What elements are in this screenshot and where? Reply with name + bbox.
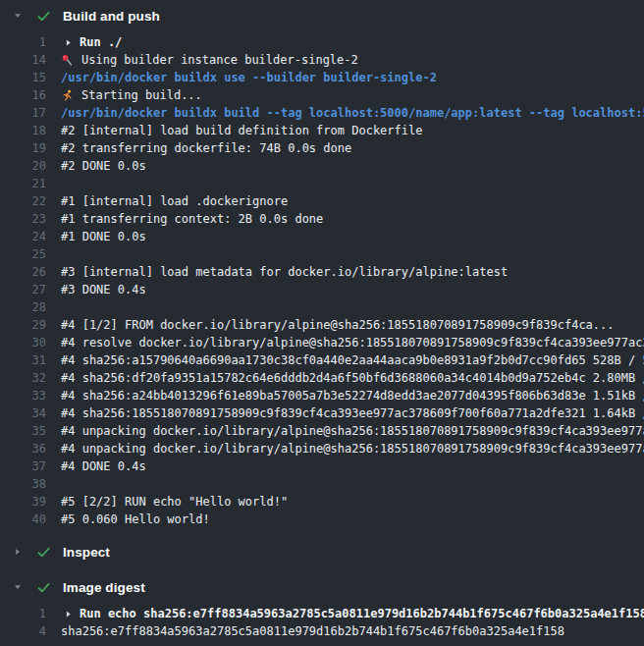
line-number[interactable]: 29 <box>0 316 46 334</box>
section-header[interactable]: Inspect <box>0 540 644 564</box>
log-line: 37 #4 DONE 0.4s <box>0 458 644 475</box>
line-number[interactable]: 15 <box>0 69 46 86</box>
line-content: /usr/bin/docker buildx use --builder bui… <box>61 69 644 86</box>
log-line[interactable]: 1 Run ./ <box>0 33 644 51</box>
log-line: 40 #5 0.060 Hello world! <box>0 511 644 528</box>
line-number[interactable]: 39 <box>0 493 46 511</box>
line-number[interactable]: 30 <box>0 334 46 351</box>
line-content: #4 sha256:df20fa9351a15782c64e6dddb2d4a6… <box>61 369 644 387</box>
line-number[interactable]: 17 <box>0 104 46 122</box>
line-number[interactable]: 20 <box>0 157 46 175</box>
line-text: #1 [internal] load .dockerignore <box>61 192 288 210</box>
line-number[interactable]: 35 <box>0 422 46 440</box>
line-number[interactable]: 18 <box>0 122 46 139</box>
line-number[interactable]: 37 <box>0 458 46 475</box>
line-content: #5 [2/2] RUN echo "Hello world!" <box>61 493 644 511</box>
line-number[interactable]: 1 <box>0 605 46 622</box>
line-number[interactable]: 14 <box>0 51 46 69</box>
log-line: 22 #1 [internal] load .dockerignore <box>0 192 644 210</box>
section-title: Build and push <box>63 9 160 24</box>
line-number[interactable]: 26 <box>0 263 46 281</box>
line-number[interactable]: 19 <box>0 139 46 157</box>
log-line[interactable]: 1 Run echo sha256:e7ff8834a5963a2785c5a0… <box>0 605 644 622</box>
chevron-down-icon[interactable] <box>10 579 26 595</box>
log-line: 30 #4 resolve docker.io/library/alpine@s… <box>0 334 644 351</box>
line-number[interactable]: 31 <box>0 351 46 369</box>
line-content: #3 [internal] load metadata for docker.i… <box>61 263 644 281</box>
line-content: #1 DONE 0.0s <box>61 228 644 245</box>
disclosure-triangle-icon[interactable] <box>61 607 75 620</box>
line-number[interactable]: 21 <box>0 175 46 192</box>
line-text: #4 sha256:df20fa9351a15782c64e6dddb2d4a6… <box>61 369 644 387</box>
log-line: 14 Using builder instance builder-single… <box>0 51 644 69</box>
line-text: /usr/bin/docker buildx use --builder bui… <box>61 69 437 86</box>
log-section: Build and push 1 Run ./ 14 Using builder… <box>0 4 644 528</box>
log-line: 17 /usr/bin/docker buildx build --tag lo… <box>0 104 644 122</box>
line-number[interactable]: 33 <box>0 387 46 404</box>
section-header[interactable]: Build and push <box>0 4 644 27</box>
check-icon <box>35 579 51 595</box>
line-content: #5 0.060 Hello world! <box>61 511 644 528</box>
log-line: 34 #4 sha256:185518070891758909c9f839cf4… <box>0 404 644 422</box>
line-number[interactable]: 27 <box>0 281 46 298</box>
actions-log-viewer: Build and push 1 Run ./ 14 Using builder… <box>0 0 644 646</box>
line-content: Using builder instance builder-single-2 <box>61 51 644 69</box>
line-content: #1 [internal] load .dockerignore <box>61 192 644 210</box>
log-line: 24 #1 DONE 0.0s <box>0 228 644 245</box>
log-line: 29 #4 [1/2] FROM docker.io/library/alpin… <box>0 316 644 334</box>
line-content: #4 DONE 0.4s <box>61 458 644 475</box>
log-line: 36 #4 unpacking docker.io/library/alpine… <box>0 440 644 458</box>
line-text: Run echo sha256:e7ff8834a5963a2785c5a081… <box>80 605 644 622</box>
runner-icon <box>61 88 76 102</box>
section-title: Image digest <box>63 580 145 595</box>
line-content: sha256:e7ff8834a5963a2785c5a0811e979d16b… <box>61 622 644 640</box>
line-number[interactable]: 16 <box>0 86 46 104</box>
line-text: #2 transferring dockerfile: 74B 0.0s don… <box>61 139 351 157</box>
line-content: #4 resolve docker.io/library/alpine@sha2… <box>61 334 644 351</box>
line-number[interactable]: 36 <box>0 440 46 458</box>
line-number[interactable]: 1 <box>0 33 46 51</box>
log-line: 27 #3 DONE 0.4s <box>0 281 644 298</box>
log-line: 18 #2 [internal] load build definition f… <box>0 122 644 139</box>
line-content: #4 sha256:185518070891758909c9f839cf4ca3… <box>61 404 644 422</box>
line-text: sha256:e7ff8834a5963a2785c5a0811e979d16b… <box>61 622 564 640</box>
line-number[interactable]: 38 <box>0 475 46 493</box>
line-text: #1 transferring context: 2B 0.0s done <box>61 210 323 228</box>
line-content: #3 DONE 0.4s <box>61 281 644 298</box>
log-line: 28 <box>0 298 644 316</box>
line-text: #4 sha256:a15790640a6690aa1730c38cf0a440… <box>61 351 644 369</box>
line-text: #5 [2/2] RUN echo "Hello world!" <box>61 493 288 511</box>
line-number[interactable]: 34 <box>0 404 46 422</box>
log-section: Inspect <box>0 540 644 564</box>
line-number[interactable]: 23 <box>0 210 46 228</box>
line-number[interactable]: 32 <box>0 369 46 387</box>
log-line: 35 #4 unpacking docker.io/library/alpine… <box>0 422 644 440</box>
line-text: #3 [internal] load metadata for docker.i… <box>61 263 508 281</box>
check-icon <box>35 8 51 24</box>
log-line: 32 #4 sha256:df20fa9351a15782c64e6dddb2d… <box>0 369 644 387</box>
line-text: #1 DONE 0.0s <box>61 228 146 245</box>
line-text: #4 DONE 0.4s <box>61 458 146 475</box>
line-number[interactable]: 40 <box>0 511 46 528</box>
line-content: #4 sha256:a24bb4013296f61e89ba57005a7b3e… <box>61 387 644 404</box>
line-number[interactable]: 28 <box>0 298 46 316</box>
line-text: Using builder instance builder-single-2 <box>81 51 358 69</box>
chevron-down-icon[interactable] <box>10 8 26 24</box>
line-text: /usr/bin/docker buildx build --tag local… <box>61 104 644 122</box>
line-content: #2 transferring dockerfile: 74B 0.0s don… <box>61 139 644 157</box>
line-content: Run echo sha256:e7ff8834a5963a2785c5a081… <box>61 605 644 622</box>
section-header[interactable]: Image digest <box>0 575 644 599</box>
log-line: 38 <box>0 475 644 493</box>
line-number[interactable]: 22 <box>0 192 46 210</box>
line-text: #2 DONE 0.0s <box>61 157 146 175</box>
line-text: #4 unpacking docker.io/library/alpine@sh… <box>61 440 644 458</box>
chevron-right-icon[interactable] <box>10 544 26 560</box>
line-number[interactable]: 4 <box>0 622 46 640</box>
line-content: Run ./ <box>61 33 644 51</box>
line-number[interactable]: 25 <box>0 245 46 263</box>
line-text: #4 sha256:185518070891758909c9f839cf4ca3… <box>61 404 644 422</box>
log-line: 15 /usr/bin/docker buildx use --builder … <box>0 69 644 86</box>
disclosure-triangle-icon[interactable] <box>61 35 75 49</box>
line-number[interactable]: 24 <box>0 228 46 245</box>
log-line: 25 <box>0 245 644 263</box>
